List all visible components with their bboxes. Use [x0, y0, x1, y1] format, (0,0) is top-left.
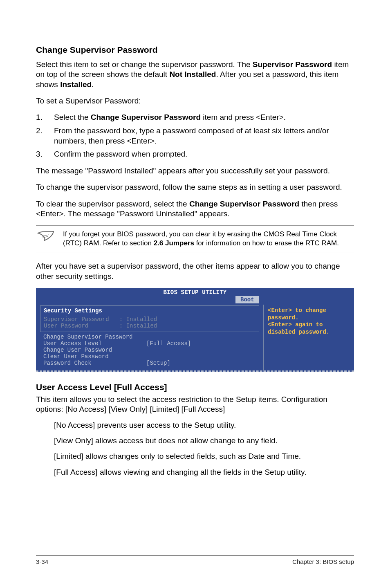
list-text: From the password box, type a password c… [54, 126, 354, 146]
option-text: [View Only] allows access but does not a… [54, 436, 354, 446]
note-callout: If you forget your BIOS password, you ca… [36, 225, 354, 253]
page-number: 3-34 [36, 558, 48, 565]
bios-tab-boot: Boot [235, 296, 259, 303]
list-number: 2. [36, 126, 54, 146]
note-text: If you forget your BIOS password, you ca… [63, 230, 354, 248]
paragraph: To change the supervisor password, follo… [36, 182, 354, 192]
paragraph: Select this item to set or change the su… [36, 60, 354, 90]
bios-tab-bar: Boot [36, 296, 354, 305]
bios-menu-item: User Access Level [Full Access] [43, 340, 256, 347]
list-item: 2. From the password box, type a passwor… [36, 126, 354, 146]
option-text: [Full Access] allows viewing and changin… [54, 467, 354, 477]
text-bold: Supervisor Password [253, 60, 332, 69]
text-bold: Not Installed [169, 70, 216, 79]
text: for information on how to erase the RTC … [194, 239, 339, 247]
option-text: [No Access] prevents user access to the … [54, 420, 354, 430]
bios-section-title: Security Settings [40, 306, 259, 315]
list-item: 1. Select the Change Supervisor Password… [36, 112, 354, 123]
text-bold: Change Supervisor Password [189, 200, 299, 208]
option-text: [Limited] allows changes only to selecte… [54, 451, 354, 461]
bios-left-panel: Security Settings Supervisor Password : … [36, 305, 263, 370]
bios-help-text: <Enter> to change password. <Enter> agai… [268, 307, 350, 336]
paragraph: The message "Password Installed" appears… [36, 166, 354, 176]
text: item and press <Enter>. [201, 113, 286, 121]
heading-user-access-level: User Access Level [Full Access] [36, 382, 354, 392]
text-bold: Installed [60, 80, 92, 89]
text: To clear the supervisor password, select… [36, 200, 189, 208]
text-bold: 2.6 Jumpers [154, 239, 194, 247]
text: Select the [54, 113, 91, 121]
options-block: [No Access] prevents user access to the … [36, 420, 354, 477]
paragraph: To set a Supervisor Password: [36, 96, 354, 106]
list-text: Select the Change Supervisor Password it… [54, 112, 354, 123]
list-number: 1. [36, 112, 54, 123]
bios-menu-item: Change User Password [43, 347, 256, 353]
bios-menu-item: Password Check [Setup] [43, 360, 256, 366]
bios-help-panel: <Enter> to change password. <Enter> agai… [263, 305, 354, 370]
paragraph: This item allows you to select the acces… [36, 395, 354, 415]
bios-menu-item: Clear User Password [43, 353, 256, 360]
list-text: Confirm the password when prompted. [54, 149, 354, 159]
chapter-title: Chapter 3: BIOS setup [292, 558, 354, 565]
numbered-list: 1. Select the Change Supervisor Password… [36, 112, 354, 159]
bios-menu-item: Change Supervisor Password [43, 334, 256, 340]
page-footer: 3-34 Chapter 3: BIOS setup [36, 555, 354, 565]
bios-status-row: User Password : Installed [44, 323, 256, 329]
bios-title: BIOS SETUP UTILITY [36, 288, 354, 296]
text: Select this item to set or change the su… [36, 60, 253, 69]
list-number: 3. [36, 149, 54, 159]
paragraph: To clear the supervisor password, select… [36, 199, 354, 219]
text-bold: Change Supervisor Password [91, 113, 201, 121]
list-item: 3. Confirm the password when prompted. [36, 149, 354, 159]
paragraph: After you have set a supervisor password… [36, 261, 354, 281]
text: . [92, 80, 94, 89]
heading-change-supervisor: Change Supervisor Password [36, 45, 354, 55]
bios-status-row: Supervisor Password : Installed [44, 316, 256, 323]
note-icon [36, 230, 56, 248]
bios-screenshot: BIOS SETUP UTILITY Boot Security Setting… [36, 288, 354, 372]
